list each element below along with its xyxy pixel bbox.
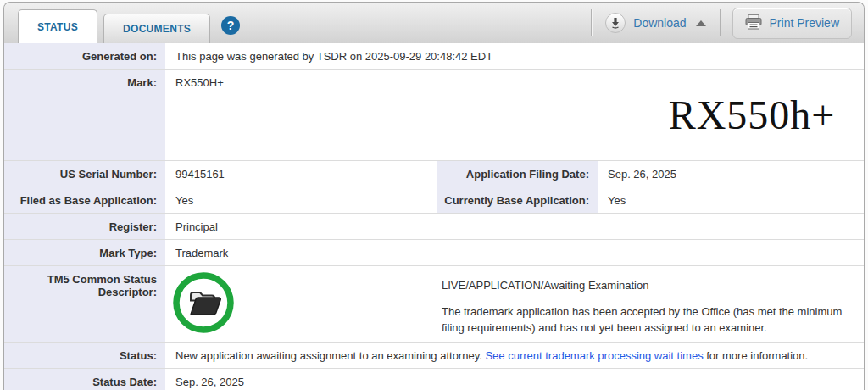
tm5-label-line1: TM5 Common Status [9, 273, 157, 286]
tab-documents[interactable]: DOCUMENTS [103, 14, 210, 43]
tm5-text-block: LIVE/APPLICATION/Awaiting Examination Th… [442, 273, 854, 336]
tm5-label-line2: Descriptor: [9, 286, 157, 298]
mark-type-label: Mark Type: [4, 240, 165, 265]
caret-up-icon [696, 20, 706, 26]
status-value: New application awaiting assignment to a… [165, 343, 864, 368]
mark-value: RX550H+ [175, 76, 224, 89]
row-mark: Mark: RX550H+ RX550h+ [4, 69, 864, 160]
row-generated-on: Generated on: This page was generated by… [4, 43, 864, 69]
currently-base-value: Yes [598, 187, 864, 213]
field-rows: Generated on: This page was generated by… [4, 43, 864, 390]
tm5-description: The trademark application has been accep… [442, 304, 854, 336]
status-text-before: New application awaiting assignment to a… [175, 349, 485, 362]
status-date-value: Sep. 26, 2025 [165, 369, 864, 390]
serial-number-label: US Serial Number: [4, 161, 165, 187]
row-register: Register: Principal [4, 213, 864, 239]
print-preview-button[interactable]: Print Preview [732, 8, 852, 39]
filing-date-label: Application Filing Date: [437, 161, 598, 187]
generated-on-label: Generated on: [4, 43, 165, 69]
row-mark-type: Mark Type: Trademark [4, 239, 864, 265]
status-label: Status: [4, 343, 165, 368]
status-text-after: for more information. [704, 349, 809, 362]
tab-status[interactable]: STATUS [18, 9, 97, 43]
tm5-status-line: LIVE/APPLICATION/Awaiting Examination [442, 279, 854, 292]
download-button[interactable]: Download [592, 3, 719, 43]
serial-number-value: 99415161 [165, 161, 437, 187]
row-status: Status: New application awaiting assignm… [4, 342, 864, 368]
row-status-date: Status Date: Sep. 26, 2025 [4, 368, 864, 390]
printer-icon [745, 14, 762, 32]
wait-times-link[interactable]: See current trademark processing wait ti… [485, 349, 703, 362]
register-label: Register: [4, 214, 165, 239]
row-base-application: Filed as Base Application: Yes Currently… [4, 187, 864, 213]
toolbar: Download Print Preview [591, 3, 864, 43]
help-icon[interactable]: ? [221, 16, 240, 35]
download-icon [605, 13, 626, 33]
generated-on-value: This page was generated by TSDR on 2025-… [165, 43, 864, 69]
row-tm5-descriptor: TM5 Common Status Descriptor: LIVE/APPLI… [4, 265, 864, 342]
tm5-value-cell: LIVE/APPLICATION/Awaiting Examination Th… [165, 266, 864, 342]
toolbar-divider [720, 9, 721, 36]
tsdr-status-panel: STATUS DOCUMENTS ? Download [3, 2, 865, 390]
tab-bar: STATUS DOCUMENTS ? Download [4, 3, 864, 43]
status-date-label: Status Date: [4, 369, 165, 390]
mark-image: RX550h+ [645, 75, 859, 155]
mark-value-cell: RX550H+ RX550h+ [165, 70, 864, 160]
mark-type-value: Trademark [165, 240, 864, 265]
open-folder-status-icon [172, 271, 235, 337]
filed-base-value: Yes [165, 187, 437, 213]
register-value: Principal [165, 214, 864, 239]
tm5-label: TM5 Common Status Descriptor: [4, 266, 165, 342]
download-label: Download [633, 16, 686, 30]
filing-date-value: Sep. 26, 2025 [598, 161, 864, 187]
filed-base-label: Filed as Base Application: [4, 187, 165, 213]
mark-label: Mark: [4, 70, 165, 160]
print-preview-label: Print Preview [770, 16, 839, 30]
row-serial-filing: US Serial Number: 99415161 Application F… [4, 160, 864, 187]
currently-base-label: Currently Base Application: [437, 187, 598, 213]
